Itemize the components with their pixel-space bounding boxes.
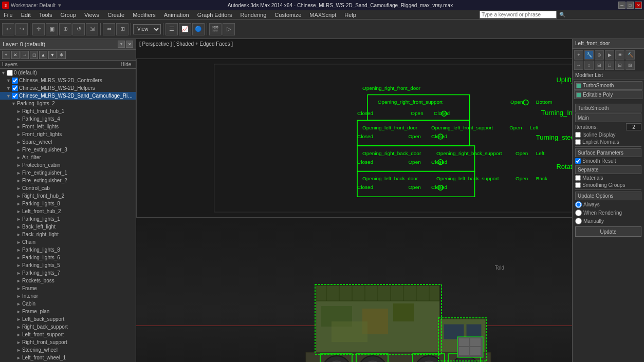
ts-smooth-check[interactable]: [575, 158, 581, 164]
layer-item-20[interactable]: ► Back_left_light: [0, 223, 136, 231]
ts-update-header[interactable]: Update Options: [575, 192, 641, 200]
layer-item-22[interactable]: ► Chain: [0, 238, 136, 246]
layer-delete-btn[interactable]: ✕: [11, 51, 20, 59]
layer-item-28[interactable]: ► Frame: [0, 284, 136, 292]
layer-add-selected-btn[interactable]: →: [21, 51, 29, 59]
search-icon[interactable]: 🔍: [558, 12, 567, 17]
redo-btn[interactable]: ↪: [15, 23, 28, 35]
layer-item-18[interactable]: ► Left_front_hub_2: [0, 207, 136, 215]
display-panel-btn[interactable]: 👁: [615, 50, 624, 60]
modifier-enabled-light[interactable]: [576, 83, 581, 88]
layer-item-1[interactable]: ▼ Chinese_MLRS_WS-2D_Controllers: [0, 77, 136, 84]
layer-item-24[interactable]: ► Parking_lights_6: [0, 254, 136, 261]
align-btn[interactable]: ⊞: [116, 23, 128, 35]
layer-item-29[interactable]: ► Interior: [0, 292, 136, 300]
ts-surface-header[interactable]: Surface Parameters: [575, 148, 641, 157]
layer-check[interactable]: [7, 70, 13, 76]
layer-item-33[interactable]: ► Right_back_support: [0, 323, 136, 331]
select-region-btn[interactable]: ▣: [46, 23, 58, 35]
layer-item-31[interactable]: ► Frame_plan: [0, 308, 136, 315]
layer-item-23[interactable]: ► Parking_lights_8: [0, 246, 136, 254]
layer-item-21[interactable]: ► Back_right_light: [0, 231, 136, 238]
material-editor-btn[interactable]: 🔵: [192, 23, 205, 35]
layer-item-34[interactable]: ► Left_front_support: [0, 331, 136, 338]
reference-coord-dropdown[interactable]: ViewWorldLocal: [133, 24, 161, 34]
modify-panel-btn[interactable]: 🔧: [584, 50, 594, 60]
layer-item-0[interactable]: ▼ 0 (default): [0, 69, 136, 77]
mirror-btn[interactable]: ⇔: [103, 23, 115, 35]
layer-item-37[interactable]: ► Left_front_wheel_1: [0, 354, 136, 361]
layer-item-19[interactable]: ► Parking_lights_1: [0, 215, 136, 223]
menu-tools[interactable]: Tools: [38, 12, 54, 18]
ts-update-btn[interactable]: Update: [575, 226, 641, 237]
render-scene-btn[interactable]: 🎬: [209, 23, 222, 35]
render-btn[interactable]: ▷: [223, 23, 235, 35]
layer-item-17[interactable]: ► Parking_lights_8: [0, 200, 136, 207]
ts-smoothing-check[interactable]: [575, 182, 581, 188]
layer-select-btn[interactable]: ◻: [30, 51, 38, 59]
icon-btn-c[interactable]: ⊞: [595, 61, 604, 70]
layer-item-36[interactable]: ► Steering_wheel: [0, 346, 136, 354]
curve-editor-btn[interactable]: 📈: [179, 23, 191, 35]
scale-btn[interactable]: ⇲: [86, 23, 98, 35]
icon-btn-f[interactable]: ⊠: [625, 61, 635, 70]
layer-item-10[interactable]: ► Fire_extinguisher_3: [0, 146, 136, 154]
menu-group[interactable]: Group: [59, 12, 78, 18]
layer-check[interactable]: [12, 78, 18, 84]
icon-btn-d[interactable]: □: [605, 61, 614, 70]
layer-freeze-btn[interactable]: ❄: [58, 51, 66, 59]
motion-panel-btn[interactable]: ▶: [605, 50, 614, 60]
minimize-btn[interactable]: ─: [618, 2, 625, 9]
ts-iterations-input[interactable]: [626, 123, 641, 130]
create-panel-btn[interactable]: +: [574, 50, 583, 60]
layer-item-3[interactable]: ▼ Chinese_MLRS_WS-2D_Sand_Camouflage_Rig…: [0, 92, 136, 100]
layer-item-6[interactable]: ► Parking_lights_4: [0, 115, 136, 123]
layer-new-btn[interactable]: +: [2, 51, 10, 59]
rotate-btn[interactable]: ↺: [72, 23, 85, 35]
menu-modifiers[interactable]: Modifiers: [131, 12, 157, 18]
layer-check[interactable]: [12, 93, 18, 99]
layer-item-13[interactable]: ► Fire_extinguisher_1: [0, 169, 136, 177]
ts-separate-header[interactable]: Separate: [575, 165, 641, 174]
menu-edit[interactable]: Edit: [20, 12, 32, 18]
utilities-panel-btn[interactable]: 🔨: [625, 50, 635, 60]
layer-item-2[interactable]: ▼ Chinese_MLRS_WS-2D_Helpers: [0, 84, 136, 92]
menu-create[interactable]: Create: [106, 12, 126, 18]
ts-rendering-radio[interactable]: [575, 209, 582, 216]
layer-item-12[interactable]: ► Protection_cabin: [0, 161, 136, 169]
layer-move-down-btn[interactable]: ▼: [48, 51, 57, 59]
layer-item-25[interactable]: ► Parking_lights_5: [0, 261, 136, 269]
menu-views[interactable]: Views: [83, 12, 101, 18]
menu-maxscript[interactable]: MAXScript: [308, 12, 338, 18]
layer-item-8[interactable]: ► Front_right_lights: [0, 130, 136, 138]
layer-item-26[interactable]: ► Parking_lights_7: [0, 269, 136, 277]
menu-graph-editors[interactable]: Graph Editors: [196, 12, 234, 18]
modifier-turbosmooth[interactable]: TurboSmooth: [574, 81, 642, 90]
menu-file[interactable]: File: [2, 12, 14, 18]
ts-materials-check[interactable]: [575, 175, 581, 181]
icon-btn-b[interactable]: ↕: [584, 61, 594, 70]
select-btn[interactable]: ✛: [32, 23, 45, 35]
ts-always-radio[interactable]: [575, 201, 582, 208]
layer-item-15[interactable]: ► Control_cab: [0, 184, 136, 192]
layer-item-7[interactable]: ► Front_left_lights: [0, 123, 136, 130]
layer-item-30[interactable]: ► Cabin: [0, 300, 136, 308]
layer-manager-btn[interactable]: ☰: [165, 23, 178, 35]
move-btn[interactable]: ⊕: [59, 23, 71, 35]
undo-btn[interactable]: ↩: [2, 23, 14, 35]
layer-item-27[interactable]: ► Rockets_boss: [0, 277, 136, 284]
layer-item-14[interactable]: ► Fire_extinguisher_2: [0, 177, 136, 184]
modifier-edpoly-light[interactable]: [576, 92, 581, 98]
layer-move-up-btn[interactable]: ▲: [39, 51, 47, 59]
icon-btn-a[interactable]: ↔: [574, 61, 583, 70]
ts-manually-radio[interactable]: [575, 218, 582, 224]
modifier-editable-poly[interactable]: Editable Poly: [574, 90, 642, 99]
ts-explicit-check[interactable]: [575, 139, 581, 145]
ts-isoline-check[interactable]: [575, 132, 581, 138]
hierarchy-panel-btn[interactable]: ⊕: [595, 50, 604, 60]
search-input[interactable]: [480, 11, 557, 18]
close-btn[interactable]: ✕: [635, 2, 642, 9]
icon-btn-e[interactable]: ⊟: [615, 61, 624, 70]
layer-item-9[interactable]: ► Spare_wheel: [0, 138, 136, 146]
layer-item-32[interactable]: ► Left_back_support: [0, 315, 136, 323]
